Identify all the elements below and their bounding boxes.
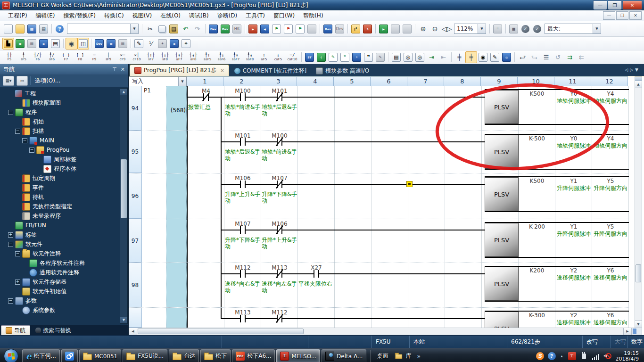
dev-grid2-icon[interactable]: ▦: [117, 38, 129, 49]
redo-icon[interactable]: ↷: [191, 23, 203, 35]
elem-select-icon[interactable]: ⌖: [180, 38, 192, 49]
dev-test-icon[interactable]: ⚑: [294, 23, 306, 35]
nav-item-2[interactable]: −程序: [0, 107, 128, 117]
expander-icon[interactable]: −: [15, 129, 20, 134]
note-find-icon[interactable]: ◎: [414, 51, 426, 63]
ladder-symbol-F5[interactable]: ┤├F5: [2, 51, 17, 64]
network-signal-icon[interactable]: [592, 352, 600, 360]
tree-scrollbar[interactable]: ▲ ▼: [120, 88, 128, 324]
dropdown-arrow-icon[interactable]: ▼: [178, 77, 186, 86]
tree-collapse-icon[interactable]: ▦▾: [3, 76, 14, 86]
expander-icon[interactable]: −: [8, 110, 13, 115]
nav-item-22[interactable]: −参数: [0, 296, 128, 305]
tree-filter-icon[interactable]: ▭: [17, 76, 28, 86]
taskbar-button-松下A6...[interactable]: PDF松下A6...: [232, 349, 275, 362]
taskbar-clock[interactable]: 19:15 2018/4/9: [615, 351, 643, 362]
ladder-symbol-aF8[interactable]: ┤↡├aF8: [186, 51, 200, 64]
nav-item-6[interactable]: −ProgPou: [0, 145, 128, 155]
expander-icon[interactable]: −: [29, 148, 34, 153]
tab-navigation[interactable]: 导航: [1, 325, 30, 335]
instruction-plsv[interactable]: PLSVK200Y2送移伺服脉冲Y6送移伺服方向: [485, 266, 629, 302]
ladder-symbol-sF8[interactable]: ┤↓├sF8: [158, 51, 172, 64]
ladder-symbol-aF5[interactable]: ↑aF5: [257, 51, 271, 64]
close-button[interactable]: ✕: [622, 0, 642, 10]
libraries-toolbar[interactable]: 库: [392, 352, 413, 360]
sogou-icon[interactable]: S: [536, 352, 544, 360]
del-row-icon[interactable]: ⇤: [438, 51, 449, 63]
scroll-left-icon[interactable]: ◀: [129, 328, 137, 335]
vertical-scrollbar[interactable]: ▲ ▼: [635, 76, 642, 328]
nav-item-14[interactable]: FB/FUN: [0, 221, 128, 230]
step-gray-icon[interactable]: ■: [508, 23, 520, 35]
toolbar-chevron-icon[interactable]: »: [415, 353, 422, 360]
undo-icon[interactable]: ↶: [180, 23, 191, 35]
ladder-symbol-aF7[interactable]: ┤↟├aF7: [172, 51, 186, 64]
stmt-find-icon[interactable]: ◎: [402, 51, 414, 63]
nav-item-18[interactable]: 各程序软元件注释: [0, 258, 128, 268]
find-binoc-icon[interactable]: ◉: [66, 38, 77, 49]
ladder-symbol-caF10[interactable]: ─/caF10: [285, 51, 299, 64]
mdi-restore-button[interactable]: ❐: [616, 11, 628, 20]
pin-icon[interactable]: ⊤: [112, 66, 117, 73]
gray-a-icon[interactable]: [389, 23, 401, 35]
check-a-icon[interactable]: ✓: [520, 23, 531, 35]
nav-item-10[interactable]: 事件: [0, 183, 128, 192]
volume-muted-icon[interactable]: [603, 352, 611, 360]
scroll-thumb[interactable]: [121, 159, 127, 218]
write-mon-icon[interactable]: ▶: [378, 23, 389, 35]
wrap-del-icon[interactable]: ⮑: [528, 51, 540, 63]
ladder-symbol-sF9[interactable]: │sF9: [101, 51, 116, 64]
ladder-symbol-F8[interactable]: [ ]F8: [73, 51, 87, 64]
pc-write-icon[interactable]: Dev: [207, 23, 219, 35]
menu-item-3[interactable]: 转换(C): [100, 11, 128, 21]
ladder-row-number[interactable]: [129, 308, 142, 328]
project-combo[interactable]: ▼: [67, 24, 139, 34]
print-icon[interactable]: ▤: [38, 23, 50, 35]
menu-item-2[interactable]: 搜索/替换(F): [59, 11, 100, 21]
document-tab-2[interactable]: 模块参数 高速I/O: [312, 66, 373, 76]
stmt-green-icon[interactable]: ✎: [327, 51, 339, 63]
instruction-plsv[interactable]: PLSVK-500Y0地轨伺服脉冲Y4地轨伺服方向: [485, 134, 629, 170]
menu-item-8[interactable]: 工具(T): [241, 11, 269, 21]
nav-item-7[interactable]: 局部标签: [0, 155, 128, 164]
list-view-icon[interactable]: ☰: [540, 51, 552, 63]
instruction-plsv[interactable]: PLSVK-300Y2送移伺服脉冲Y6送移伺服方向: [485, 311, 629, 328]
ladder-ins-icon[interactable]: ┤: [315, 51, 327, 63]
zoom-out-icon[interactable]: ⊖: [429, 23, 441, 35]
dropdown-arrow-icon[interactable]: ▼: [478, 24, 486, 33]
menu-item-4[interactable]: 视图(V): [128, 11, 157, 21]
vline-del-icon[interactable]: ╪: [465, 51, 477, 63]
ladder-symbol-sF7[interactable]: ┤↑├sF7: [144, 51, 158, 64]
menu-item-6[interactable]: 调试(B): [185, 11, 213, 21]
nav-item-20[interactable]: +软元件存储器: [0, 277, 128, 287]
document-tab-0[interactable]: ProgPou [PRG] [LD] 821步×: [130, 65, 229, 76]
save-icon[interactable]: ▦: [26, 23, 38, 35]
ladder-symbol-F9[interactable]: ─F9: [87, 51, 101, 64]
nav-item-17[interactable]: −软元件注释: [0, 249, 128, 258]
expander-icon[interactable]: −: [15, 251, 20, 256]
minimize-button[interactable]: —: [593, 0, 607, 10]
cut-icon[interactable]: ✂: [144, 23, 156, 35]
dev-grid-icon[interactable]: ▦: [105, 38, 117, 49]
scroll-down-icon[interactable]: ▼: [635, 321, 642, 328]
nav-item-13[interactable]: 未登录程序: [0, 211, 128, 221]
stmt-doc-icon[interactable]: ▤: [390, 51, 402, 63]
mode-combo[interactable]: 写入 ▼: [129, 76, 187, 86]
ladder-symbol-saF7[interactable]: ╀↟saF7: [229, 51, 243, 64]
menu-item-0[interactable]: 工程(P): [4, 11, 32, 21]
nav-item-23[interactable]: 系统参数: [0, 305, 128, 315]
doc-grid-icon[interactable]: ▤: [50, 38, 61, 49]
ladder-symbol-caF5[interactable]: ↓caF5: [271, 51, 285, 64]
nav-item-1[interactable]: 模块配置图: [0, 98, 128, 107]
nav-item-11[interactable]: 待机: [0, 192, 128, 202]
nav-item-19[interactable]: 通用软元件注释: [0, 268, 128, 277]
instruction-plsv[interactable]: PLSVK-200Y1升降伺服脉冲Y5升降伺服方向: [485, 222, 629, 258]
paste-icon[interactable]: ▤: [168, 23, 180, 35]
shape-gray-icon[interactable]: ✦: [157, 38, 168, 49]
pencil-gray-icon[interactable]: ✎: [374, 51, 386, 63]
close-tab-icon[interactable]: ×: [220, 68, 224, 73]
nav-item-12[interactable]: 无执行类型指定: [0, 202, 128, 211]
scroll-up-icon[interactable]: ▲: [120, 89, 127, 95]
doc-lines-icon[interactable]: ≡: [38, 38, 50, 49]
convert-a-icon[interactable]: ⇉: [564, 51, 576, 63]
